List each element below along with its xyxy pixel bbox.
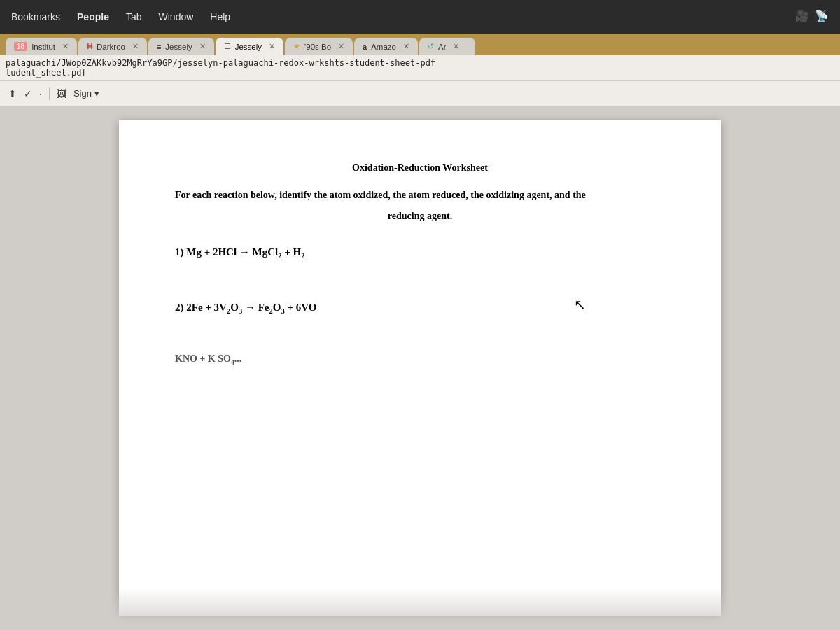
tab-jessely2[interactable]: ☐ Jessely ✕ bbox=[216, 38, 284, 55]
tab-darkroo[interactable]: H̶ Darkroo ✕ bbox=[78, 38, 147, 55]
menu-bookmarks[interactable]: Bookmarks bbox=[11, 11, 60, 22]
pdf-toolbar: ⬆ ✓ · 🖼 Sign ▾ bbox=[0, 81, 840, 106]
tab-close-ar[interactable]: ✕ bbox=[453, 42, 459, 51]
address-bar[interactable]: palaguachi/JWop0ZAKkvb92MgRrYa9GP/jessel… bbox=[0, 55, 840, 81]
tab-close-institut[interactable]: ✕ bbox=[62, 42, 69, 51]
tab-icon-amazon: a bbox=[363, 43, 367, 51]
menu-window[interactable]: Window bbox=[159, 11, 194, 22]
sign-label: Sign ▾ bbox=[74, 88, 99, 99]
pdf-bottom-partial: KNO + K SO4... bbox=[175, 354, 665, 366]
camera-icon: 🎥 bbox=[795, 9, 809, 22]
pdf-title: Oxidation-Reduction Worksheet bbox=[175, 162, 665, 174]
tab-icon-jessely1: ≡ bbox=[157, 43, 161, 51]
pdf-area: Oxidation-Reduction Worksheet For each r… bbox=[0, 106, 840, 630]
toolbar-image-btn[interactable]: 🖼 bbox=[57, 88, 66, 99]
address-bar-line1: palaguachi/JWop0ZAKkvb92MgRrYa9GP/jessel… bbox=[6, 58, 834, 68]
pdf-intro-line1: For each reaction below, identify the at… bbox=[175, 188, 665, 202]
tab-close-amazon[interactable]: ✕ bbox=[403, 42, 410, 51]
toolbar-dot-btn[interactable]: · bbox=[39, 88, 42, 99]
tab-90s[interactable]: ★ '90s Bo ✕ bbox=[285, 38, 353, 55]
address-bar-line2: tudent_sheet.pdf bbox=[6, 68, 834, 78]
browser-chrome: 18 Institut ✕ H̶ Darkroo ✕ ≡ Jessely ✕ ☐… bbox=[0, 34, 840, 55]
tab-close-jessely1[interactable]: ✕ bbox=[200, 42, 206, 51]
tab-icon-jessely2: ☐ bbox=[224, 42, 231, 51]
toolbar-check-btn[interactable]: ✓ bbox=[24, 88, 32, 99]
tab-close-darkroo[interactable]: ✕ bbox=[132, 42, 139, 51]
tab-icon-institut: 18 bbox=[14, 42, 27, 51]
tab-jessely1[interactable]: ≡ Jessely ✕ bbox=[148, 38, 214, 55]
airplay-icon: 📡 bbox=[815, 9, 829, 22]
tab-label-darkroo: Darkroo bbox=[97, 43, 125, 51]
tab-close-jessely2[interactable]: ✕ bbox=[269, 42, 275, 51]
menu-people[interactable]: People bbox=[77, 11, 109, 22]
tab-label-ar: Ar bbox=[438, 43, 447, 51]
pdf-intro-line2: reducing agent. bbox=[175, 211, 665, 222]
menu-tab[interactable]: Tab bbox=[126, 11, 142, 22]
tab-label-institut: Institut bbox=[31, 43, 55, 51]
tabs-row: 18 Institut ✕ H̶ Darkroo ✕ ≡ Jessely ✕ ☐… bbox=[6, 38, 834, 55]
tab-icon-darkroo: H̶ bbox=[87, 42, 92, 51]
pdf-reaction-1: 1) Mg + 2HCl → MgCl2 + H2 bbox=[175, 243, 665, 263]
tab-close-90s[interactable]: ✕ bbox=[338, 42, 344, 51]
tab-icon-ar: ↺ bbox=[428, 42, 434, 51]
tab-icon-90s: ★ bbox=[293, 42, 300, 51]
tab-label-90s: '90s Bo bbox=[304, 43, 331, 51]
sign-button[interactable]: Sign ▾ bbox=[74, 88, 99, 99]
pdf-reaction-2: 2) 2Fe + 3V2O3 → Fe2O3 + 6VO bbox=[175, 298, 665, 318]
tab-institut[interactable]: 18 Institut ✕ bbox=[6, 38, 77, 55]
tab-label-jessely1: Jessely bbox=[165, 43, 192, 51]
toolbar-upload-btn[interactable]: ⬆ bbox=[8, 88, 17, 99]
tab-label-amazon: Amazo bbox=[371, 43, 396, 51]
tab-amazon[interactable]: a Amazo ✕ bbox=[354, 38, 418, 55]
reaction-2-number: 2) 2Fe + 3V2O3 → Fe2O3 + 6VO bbox=[175, 302, 316, 313]
reaction-1-number: 1) Mg + 2HCl → MgCl2 + H2 bbox=[175, 246, 305, 258]
tab-ar[interactable]: ↺ Ar ✕ bbox=[419, 38, 475, 55]
main-area: 18 Institut ✕ H̶ Darkroo ✕ ≡ Jessely ✕ ☐… bbox=[0, 34, 840, 630]
pdf-page: Oxidation-Reduction Worksheet For each r… bbox=[119, 120, 721, 616]
menu-help[interactable]: Help bbox=[210, 11, 230, 22]
toolbar-divider bbox=[49, 88, 50, 100]
tab-label-jessely2: Jessely bbox=[235, 43, 262, 51]
menubar: Bookmarks People Tab Window Help 🎥 📡 bbox=[0, 0, 840, 34]
browser-extras: 🎥 📡 bbox=[795, 9, 829, 25]
